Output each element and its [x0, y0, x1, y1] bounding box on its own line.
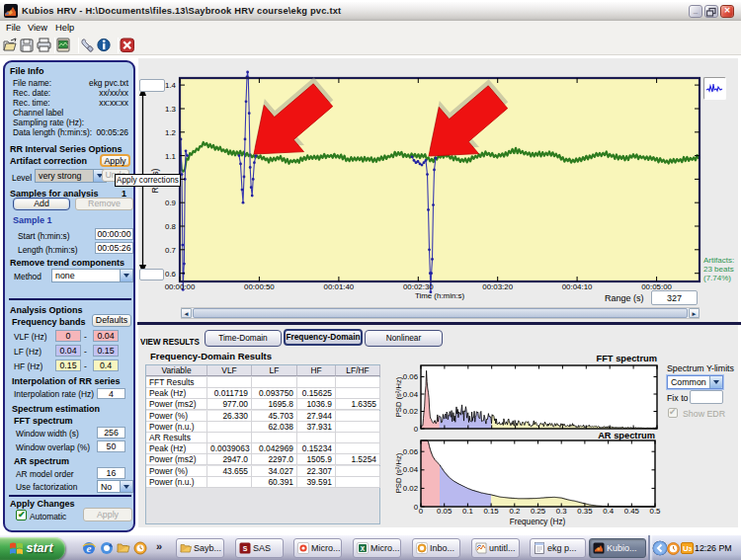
- svg-text:X: X: [361, 545, 366, 552]
- svg-text:S: S: [243, 545, 248, 552]
